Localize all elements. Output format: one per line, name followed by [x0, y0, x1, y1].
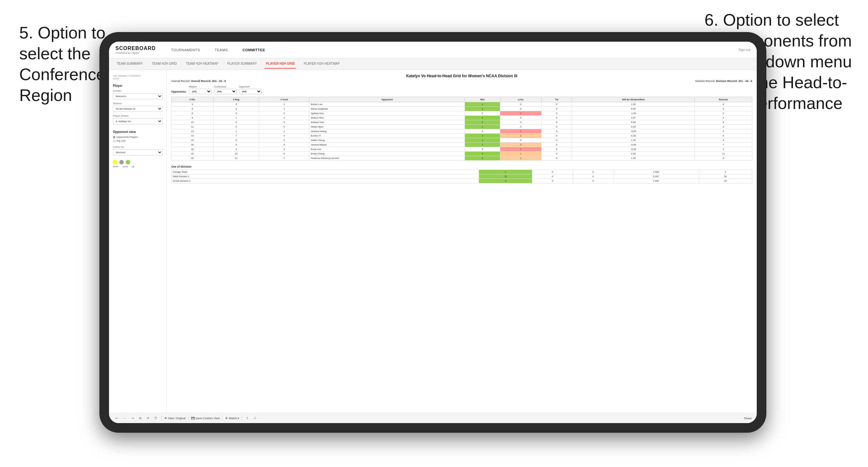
cell-rounds: 9 [694, 134, 752, 138]
cell-loss: 0 [500, 125, 541, 129]
table-row: 13 1 1 Jessica Huang 0 1 0 -3.00 2 [172, 129, 752, 134]
cell-win: 0 [465, 129, 500, 134]
cell-div: 10 [172, 120, 214, 125]
radio-opponents-played[interactable]: Opponents Played [113, 135, 162, 138]
nav-teams[interactable]: TEAMS [212, 47, 230, 53]
sub-nav-team-summary[interactable]: TEAM SUMMARY [116, 59, 144, 69]
toolbar-copy[interactable]: ⧉ [138, 416, 143, 421]
cell-reg: 10 [213, 152, 259, 156]
cell-conf: 2 [259, 107, 309, 111]
toolbar-upload[interactable]: ⇧ [245, 416, 250, 421]
cell-conf: 1 [259, 102, 309, 107]
cell-div: 18 [172, 147, 214, 152]
cell-ood-diff: 9.267 [613, 174, 699, 179]
toolbar-divider-1 [161, 416, 162, 421]
radio-top100[interactable]: Top 100 [113, 139, 162, 142]
gender-select[interactable]: Women's [113, 93, 162, 99]
cell-conf: 4 [259, 134, 309, 138]
sub-nav-player-summary[interactable]: PLAYER SUMMARY [226, 59, 258, 69]
cell-tie: 0 [541, 107, 572, 111]
player-rank-select[interactable]: 8. Katelyn Vo [113, 118, 162, 124]
cell-rounds: 3 [694, 107, 752, 111]
radio-dot-played [113, 136, 116, 138]
sub-nav-team-h2h-heatmap[interactable]: TEAM H2H HEATMAP [185, 59, 220, 69]
table-row: NCAA Division 2 5 0 0 7.400 10 [172, 179, 752, 183]
out-of-division-table: Foreign Team 1 0 0 4.500 2 NAIA Division… [171, 169, 752, 183]
cell-conf: 4 [259, 116, 309, 120]
conference-select[interactable]: (All) [214, 89, 237, 94]
content-title: Katelyn Vo Head-to-Head Grid for Women's… [171, 74, 752, 78]
filter-row: Opponents: Region (All) Conference (All) [171, 85, 752, 94]
toolbar-timer[interactable]: ⏱ [153, 416, 159, 421]
cell-ood-loss: 0 [532, 179, 573, 183]
cell-opponent: Stella Cheng [309, 138, 465, 143]
toolbar-back[interactable]: ← [122, 416, 128, 421]
cell-rounds: 7 [694, 143, 752, 147]
sub-nav-player-h2h-grid[interactable]: PLAYER H2H GRID [265, 59, 296, 69]
cell-tie: 0 [541, 102, 572, 107]
toolbar-download[interactable]: ⇩ [252, 416, 257, 421]
cell-ood-tie: 0 [573, 179, 613, 183]
toolbar-share[interactable]: Share [744, 417, 752, 420]
region-filter: Region (All) [189, 85, 212, 94]
division-select[interactable]: NCAA Division III [113, 106, 162, 112]
cell-loss: 1 [500, 129, 541, 134]
cell-ood-rounds: 2 [699, 170, 752, 174]
table-row: 19 10 6 Emily Chang 4 1 0 0.30 11 [172, 152, 752, 156]
toolbar-redo[interactable]: ↪ [130, 416, 135, 421]
opponent-select[interactable]: (All) [239, 89, 262, 94]
cell-win: 1 [465, 102, 500, 107]
cell-reg: 3 [213, 143, 259, 147]
cell-tie: 0 [541, 134, 572, 138]
nav-tournaments[interactable]: TOURNAMENTS [169, 47, 203, 53]
cell-ood-loss: 0 [532, 174, 573, 179]
sign-out-link[interactable]: Sign out [739, 48, 750, 52]
colour-by-select[interactable]: Win/loss [113, 149, 162, 155]
table-row: 6 3 3 Sydney Kuo 0 1 0 -1.00 3 [172, 111, 752, 116]
cell-reg: 1 [213, 129, 259, 134]
table-row: 9 1 4 Sharon Mun 1 0 0 3.67 3 [172, 116, 752, 120]
toolbar-divider-2 [188, 416, 189, 421]
cell-tie: 0 [541, 143, 572, 147]
table-row: 14 7 4 Eunice Yi 2 2 0 0.38 9 [172, 134, 752, 138]
cell-diff: 1.25 [572, 138, 695, 143]
cell-loss: 0 [500, 107, 541, 111]
toolbar-view-original[interactable]: 👁 View: Original [164, 417, 186, 420]
cell-tie: 0 [541, 156, 572, 161]
toolbar-refresh[interactable]: ↺ [145, 416, 150, 421]
cell-opponent: Esther Lee [309, 102, 465, 107]
toolbar-save-custom-view[interactable]: 💾 Save Custom View [191, 417, 220, 420]
cell-reg: 6 [213, 120, 259, 125]
toolbar-undo[interactable]: ↩ [114, 416, 119, 421]
main-content: Last Updated: 27/03/202416:34 Player Gen… [109, 70, 757, 413]
col-rounds: Rounds [694, 97, 752, 102]
cell-loss: 2 [500, 147, 541, 152]
cell-conf: 2 [259, 147, 309, 152]
cell-ood-loss: 0 [532, 170, 573, 174]
col-win: Win [465, 97, 500, 102]
col-diff: Diff Av Strokes/Rnd [572, 97, 695, 102]
cell-loss: 1 [500, 111, 541, 116]
out-of-division-title: Out of division [171, 165, 752, 168]
cell-win: 4 [465, 152, 500, 156]
sub-nav-player-h2h-heatmap[interactable]: PLAYER H2H HEATMAP [302, 59, 341, 69]
cell-conf: 7 [259, 156, 309, 161]
sub-nav-team-h2h-grid[interactable]: TEAM H2H GRID [151, 59, 178, 69]
cell-div: 19 [172, 152, 214, 156]
cell-loss: 0 [500, 120, 541, 125]
cell-rounds: 3 [694, 125, 752, 129]
col-opponent: Opponent [309, 97, 465, 102]
nav-committee[interactable]: COMMITTEE [240, 47, 268, 53]
tablet-device: SCOREBOARD Powered by clippd TOURNAMENTS… [99, 32, 766, 433]
table-row: 20 11 7 Federica Domecq Lacroze 2 1 0 1.… [172, 156, 752, 161]
region-select[interactable]: (All) [189, 89, 212, 94]
table-row: 3 3 1 Esther Lee 1 0 0 1.50 4 [172, 102, 752, 107]
cell-conf: 5 [259, 125, 309, 129]
colour-legend [113, 160, 162, 164]
cell-win: 1 [465, 116, 500, 120]
cell-div: 16 [172, 143, 214, 147]
opponents-label: Opponents: [171, 90, 187, 94]
cell-loss: 0 [500, 116, 541, 120]
toolbar-watch[interactable]: 👁 Watch ▾ [225, 417, 239, 420]
logo-sub: Powered by clippd [116, 51, 156, 55]
